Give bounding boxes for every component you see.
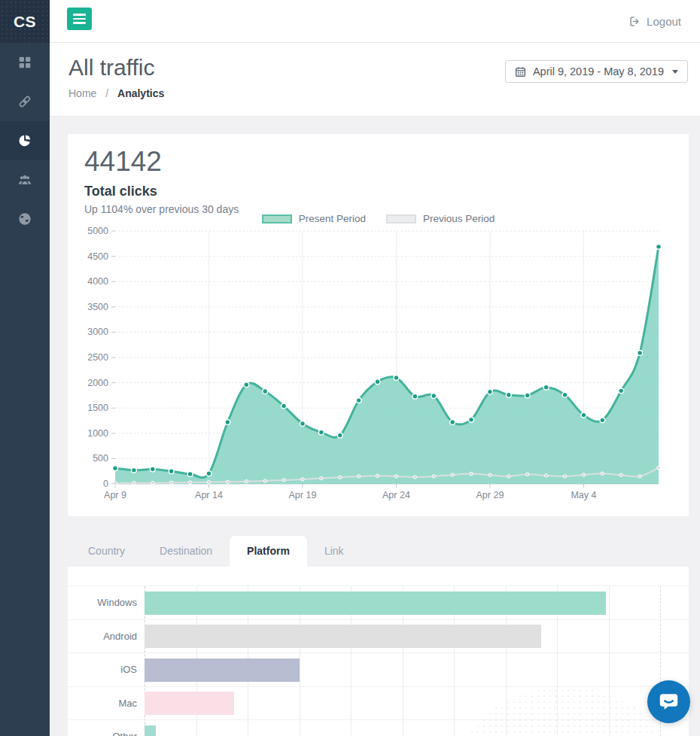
- menu-toggle-button[interactable]: [67, 8, 92, 30]
- bar-row-ios: iOS: [68, 653, 689, 687]
- page-header: All traffic Home / Analytics April 9, 20…: [50, 43, 700, 117]
- svg-text:500: 500: [93, 453, 108, 464]
- svg-text:0: 0: [103, 479, 108, 489]
- topbar: Logout: [50, 0, 700, 43]
- tab-destination[interactable]: Destination: [142, 536, 230, 567]
- link-icon: [18, 95, 32, 108]
- svg-text:May 4: May 4: [571, 490, 596, 500]
- bar-label-windows: Windows: [68, 586, 137, 620]
- bar-row-other: Other: [68, 720, 689, 736]
- svg-text:Apr 19: Apr 19: [289, 490, 317, 500]
- chart-legend: Present Period Previous Period: [68, 213, 689, 224]
- bar-row-windows: Windows: [68, 586, 689, 620]
- bar-row-mac: Mac: [68, 687, 689, 721]
- breadcrumb-current: Analytics: [117, 87, 164, 99]
- chat-launcher-button[interactable]: [647, 680, 690, 723]
- svg-text:Apr 9: Apr 9: [104, 490, 126, 500]
- breadcrumb-home-link[interactable]: Home: [68, 87, 96, 99]
- svg-text:4500: 4500: [87, 251, 108, 262]
- total-clicks-label: Total clicks: [68, 177, 689, 199]
- bar-mac: [145, 692, 234, 715]
- sidebar-item-links[interactable]: [0, 82, 50, 121]
- legend-present: Present Period: [262, 213, 366, 224]
- total-clicks-value: 44142: [68, 134, 689, 177]
- bar-row-android: Android: [68, 620, 689, 654]
- platform-panel: WindowsAndroidiOSMacOther: [68, 567, 689, 736]
- svg-text:3500: 3500: [87, 302, 108, 312]
- svg-text:5000: 5000: [87, 226, 108, 236]
- legend-previous: Previous Period: [386, 213, 495, 224]
- svg-text:1500: 1500: [87, 403, 108, 413]
- logout-label: Logout: [647, 15, 681, 28]
- caret-down-icon: [672, 70, 678, 74]
- svg-text:2500: 2500: [87, 352, 108, 363]
- bar-other: [145, 725, 156, 736]
- tab-bar: CountryDestinationPlatformLink: [68, 536, 689, 567]
- pie-chart-icon: [18, 134, 32, 148]
- sidebar-item-dashboard[interactable]: [0, 43, 50, 82]
- bar-label-mac: Mac: [68, 687, 137, 721]
- calendar-icon: [515, 66, 526, 78]
- bar-label-other: Other: [68, 720, 137, 736]
- legend-previous-label: Previous Period: [423, 213, 495, 224]
- chat-bubble-icon: [658, 691, 680, 713]
- grid-icon: [18, 56, 32, 69]
- svg-text:1000: 1000: [87, 428, 108, 439]
- hamburger-icon: [73, 14, 86, 16]
- sign-out-icon: [629, 16, 641, 27]
- bar-label-android: Android: [68, 620, 137, 654]
- tab-country[interactable]: Country: [71, 536, 142, 567]
- sidebar: CS: [0, 0, 50, 736]
- sidebar-item-analytics[interactable]: [0, 121, 50, 160]
- breadcrumb-separator: /: [105, 87, 108, 99]
- tab-platform[interactable]: Platform: [230, 536, 307, 567]
- svg-text:2000: 2000: [87, 378, 108, 388]
- date-range-button[interactable]: April 9, 2019 - May 8, 2019: [505, 60, 688, 83]
- svg-text:4000: 4000: [87, 276, 108, 287]
- content: 44142 Total clicks Up 1104% over previou…: [50, 117, 700, 736]
- globe-icon: [18, 212, 32, 226]
- users-icon: [18, 173, 32, 187]
- previous-period-swatch: [386, 214, 416, 224]
- sidebar-item-users[interactable]: [0, 160, 50, 199]
- present-period-swatch: [262, 214, 292, 224]
- traffic-chart-panel: 44142 Total clicks Up 1104% over previou…: [68, 134, 689, 516]
- date-range-label: April 9, 2019 - May 8, 2019: [533, 65, 664, 78]
- app-logo[interactable]: CS: [0, 0, 50, 43]
- bar-ios: [145, 658, 300, 682]
- legend-present-label: Present Period: [299, 213, 366, 224]
- platform-bar-chart: WindowsAndroidiOSMacOther: [68, 585, 689, 736]
- sidebar-item-domains[interactable]: [0, 199, 50, 239]
- main-area: Logout All traffic Home / Analytics: [50, 0, 700, 736]
- bar-label-ios: iOS: [68, 653, 137, 687]
- svg-text:Apr 24: Apr 24: [382, 490, 410, 500]
- svg-text:3000: 3000: [87, 327, 108, 337]
- logout-link[interactable]: Logout: [629, 0, 681, 43]
- svg-text:Apr 14: Apr 14: [195, 490, 223, 500]
- bar-android: [145, 625, 541, 648]
- svg-text:Apr 29: Apr 29: [476, 490, 504, 500]
- sidebar-nav: [0, 43, 50, 239]
- bar-windows: [145, 592, 606, 615]
- tab-link[interactable]: Link: [307, 536, 361, 567]
- breadcrumb: Home / Analytics: [68, 87, 700, 99]
